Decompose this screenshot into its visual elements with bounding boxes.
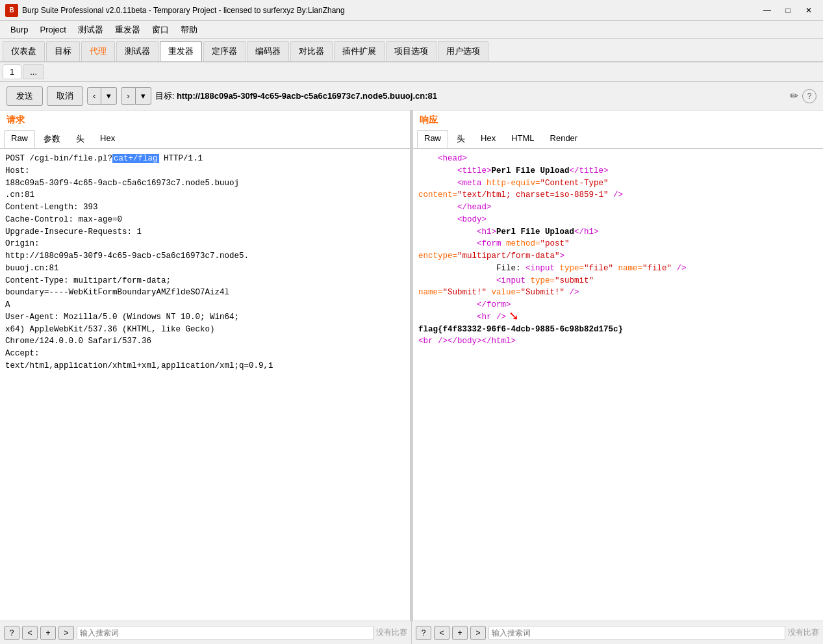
menu-burp[interactable]: Burp xyxy=(5,23,33,36)
request-content-type: Content-Type: multipart/form-data; xyxy=(5,275,405,287)
tab-extender[interactable]: 插件扩展 xyxy=(334,41,385,61)
resp-line-2: <title>Perl File Upload</title> xyxy=(418,165,818,177)
response-tab-headers[interactable]: 头 xyxy=(449,130,472,148)
tab-repeater[interactable]: 重发器 xyxy=(160,41,202,61)
request-cache-control: Cache-Control: max-age=0 xyxy=(5,214,405,226)
request-host-value2: .cn:81 xyxy=(5,189,405,201)
tab-intruder[interactable]: 测试器 xyxy=(116,41,158,61)
target-url-display: 目标: http://188c09a5-30f9-4c65-9acb-c5a6c… xyxy=(155,90,786,102)
resp-help-button[interactable]: ? xyxy=(416,626,431,640)
back-arrow-button[interactable]: ▾ xyxy=(101,87,117,105)
nav-forward-group: › ▾ xyxy=(121,87,151,105)
forward-arrow-button[interactable]: ▾ xyxy=(136,87,151,105)
request-boundary1: boundary=----WebKitFormBoundaryAMZfldeSO… xyxy=(5,287,405,299)
menu-tester[interactable]: 测试器 xyxy=(73,22,108,38)
send-button[interactable]: 发送 xyxy=(6,86,43,106)
menu-help[interactable]: 帮助 xyxy=(175,22,203,38)
request-tab-raw[interactable]: Raw xyxy=(4,130,35,148)
menu-repeater[interactable]: 重发器 xyxy=(110,22,146,38)
response-tab-hex[interactable]: Hex xyxy=(474,130,503,148)
resp-forward-button[interactable]: > xyxy=(470,626,486,640)
response-tab-raw[interactable]: Raw xyxy=(417,130,448,148)
nav-back-group: ‹ ▾ xyxy=(87,87,117,105)
resp-line-10: File: <input type="file" name="file" /> xyxy=(418,263,818,275)
request-boundary2: A xyxy=(5,299,405,311)
resp-line-9: enctype="multipart/form-data"> xyxy=(418,250,818,263)
forward-button[interactable]: › xyxy=(121,87,135,105)
req-help-button[interactable]: ? xyxy=(4,626,19,640)
sub-tab-1[interactable]: 1 xyxy=(3,64,21,79)
response-tab-html[interactable]: HTML xyxy=(504,130,541,148)
resp-hr-line: <hr /> ➘ xyxy=(418,311,818,324)
response-panel: 响应 Raw 头 Hex HTML Render <head> <title>P… xyxy=(413,110,823,621)
resp-back-button[interactable]: < xyxy=(434,626,449,640)
target-url-value: http://188c09a5-30f9-4c65-9acb-c5a6c1697… xyxy=(177,91,437,101)
menu-project[interactable]: Project xyxy=(34,23,71,36)
window-controls: — □ ✕ xyxy=(758,4,818,17)
request-tab-hex[interactable]: Hex xyxy=(93,130,122,148)
close-button[interactable]: ✕ xyxy=(800,4,818,17)
resp-last-line: <br /></body></html> xyxy=(418,335,818,348)
request-accept-label: Accept: xyxy=(5,348,405,360)
req-forward-button[interactable]: > xyxy=(58,626,74,640)
response-header: 响应 xyxy=(413,110,823,130)
request-user-agent2: x64) AppleWebKit/537.36 (KHTML, like Gec… xyxy=(5,324,405,336)
request-tab-headers[interactable]: 头 xyxy=(69,130,92,148)
request-origin-label: Origin: xyxy=(5,238,405,250)
response-content[interactable]: <head> <title>Perl File Upload</title> <… xyxy=(413,149,823,621)
tab-target[interactable]: 目标 xyxy=(46,41,80,61)
main-tab-bar: 仪表盘 目标 代理 测试器 重发器 定序器 编码器 对比器 插件扩展 项目选项 … xyxy=(0,39,823,62)
tab-decoder[interactable]: 编码器 xyxy=(247,41,289,61)
resp-line-6: <body> xyxy=(418,214,818,226)
minimize-button[interactable]: — xyxy=(758,4,776,17)
toolbar: 发送 取消 ‹ ▾ › ▾ 目标: http://188c09a5-30f9-4… xyxy=(0,82,823,110)
request-panel: 请求 Raw 参数 头 Hex POST /cgi-bin/file.pl?ca… xyxy=(0,110,411,621)
request-header: 请求 xyxy=(0,110,410,130)
tab-proxy[interactable]: 代理 xyxy=(81,41,115,61)
request-origin-value1: http://188c09a5-30f9-4c65-9acb-c5a6c1697… xyxy=(5,250,405,263)
resp-line-12: name="Submit!" value="Submit!" /> xyxy=(418,287,818,299)
sub-tab-row: 1 ... xyxy=(0,62,823,82)
resp-line-7: <h1>Perl File Upload</h1> xyxy=(418,226,818,238)
tab-sequencer[interactable]: 定序器 xyxy=(203,41,246,61)
request-tabs: Raw 参数 头 Hex xyxy=(0,130,410,149)
request-upgrade: Upgrade-Insecure-Requests: 1 xyxy=(5,226,405,238)
req-no-match: 没有比赛 xyxy=(376,627,407,638)
title-bar-left: B Burp Suite Professional v2.0.11beta - … xyxy=(5,4,345,17)
request-host-value1: 188c09a5-30f9-4c65-9acb-c5a6c16973c7.nod… xyxy=(5,177,405,190)
request-bottom-panel: ? < + > 没有比赛 xyxy=(0,621,412,644)
resp-no-match: 没有比赛 xyxy=(788,627,819,638)
app-icon: B xyxy=(5,4,18,17)
request-content-length: Content-Length: 393 xyxy=(5,201,405,214)
response-tab-render[interactable]: Render xyxy=(543,130,585,148)
resp-plus-button[interactable]: + xyxy=(452,626,468,640)
edit-target-button[interactable]: ✏ xyxy=(790,90,798,102)
main-content: 请求 Raw 参数 头 Hex POST /cgi-bin/file.pl?ca… xyxy=(0,110,823,621)
request-user-agent1: User-Agent: Mozilla/5.0 (Windows NT 10.0… xyxy=(5,311,405,324)
back-button[interactable]: ‹ xyxy=(87,87,101,105)
arrow-icon: ➘ xyxy=(509,306,518,328)
tab-user-options[interactable]: 用户选项 xyxy=(438,41,488,61)
highlight-cat: cat+/flag xyxy=(112,154,159,163)
req-back-button[interactable]: < xyxy=(22,626,38,640)
request-content[interactable]: POST /cgi-bin/file.pl?cat+/flag HTTP/1.1… xyxy=(0,149,410,621)
tab-project-options[interactable]: 项目选项 xyxy=(386,41,437,61)
req-search-input[interactable] xyxy=(77,626,374,640)
resp-search-input[interactable] xyxy=(488,626,785,640)
help-button[interactable]: ? xyxy=(802,89,817,103)
request-tab-params[interactable]: 参数 xyxy=(36,130,68,148)
response-tabs: Raw 头 Hex HTML Render xyxy=(413,130,823,149)
window-title: Burp Suite Professional v2.0.11beta - Te… xyxy=(22,6,345,15)
tab-comparer[interactable]: 对比器 xyxy=(290,41,333,61)
resp-flag-line: flag{f4f83332-96f6-4dcb-9885-6c98b82d175… xyxy=(418,324,818,336)
req-plus-button[interactable]: + xyxy=(40,626,56,640)
sub-tab-more[interactable]: ... xyxy=(23,64,44,79)
title-bar: B Burp Suite Professional v2.0.11beta - … xyxy=(0,0,823,21)
request-line: POST /cgi-bin/file.pl?cat+/flag HTTP/1.1 xyxy=(5,153,405,165)
tab-dashboard[interactable]: 仪表盘 xyxy=(3,41,45,61)
maximize-button[interactable]: □ xyxy=(779,4,797,17)
resp-line-4: content="text/html; charset=iso-8859-1" … xyxy=(418,189,818,201)
cancel-button[interactable]: 取消 xyxy=(47,86,83,106)
menu-window[interactable]: 窗口 xyxy=(147,22,174,38)
request-origin-value2: buuoj.cn:81 xyxy=(5,263,405,275)
